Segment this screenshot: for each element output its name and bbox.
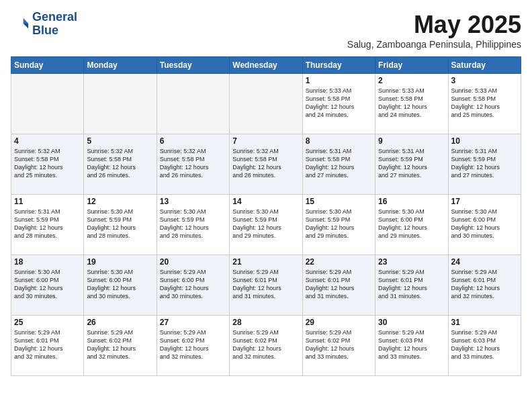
day-number: 31	[451, 318, 518, 327]
calendar-cell: 5Sunrise: 5:32 AM Sunset: 5:58 PM Daylig…	[84, 134, 157, 195]
day-detail: Sunrise: 5:30 AM Sunset: 6:00 PM Dayligh…	[451, 208, 518, 240]
calendar-cell: 29Sunrise: 5:29 AM Sunset: 6:02 PM Dayli…	[302, 316, 375, 376]
calendar-cell: 28Sunrise: 5:29 AM Sunset: 6:02 PM Dayli…	[230, 316, 302, 376]
day-number: 9	[378, 136, 445, 146]
day-detail: Sunrise: 5:29 AM Sunset: 6:01 PM Dayligh…	[451, 268, 518, 301]
week-row-4: 18Sunrise: 5:30 AM Sunset: 6:00 PM Dayli…	[11, 255, 521, 316]
day-number: 14	[232, 197, 299, 206]
day-header-tuesday: Tuesday	[157, 57, 229, 74]
day-number: 25	[14, 318, 81, 327]
day-detail: Sunrise: 5:29 AM Sunset: 6:00 PM Dayligh…	[160, 268, 226, 301]
calendar-cell: 17Sunrise: 5:30 AM Sunset: 6:00 PM Dayli…	[448, 195, 521, 255]
calendar-cell: 31Sunrise: 5:29 AM Sunset: 6:03 PM Dayli…	[448, 316, 521, 376]
week-row-3: 11Sunrise: 5:31 AM Sunset: 5:59 PM Dayli…	[11, 195, 521, 255]
calendar-subtitle: Salug, Zamboanga Peninsula, Philippines	[347, 39, 521, 50]
calendar-cell: 13Sunrise: 5:30 AM Sunset: 5:59 PM Dayli…	[157, 195, 229, 255]
calendar-cell: 27Sunrise: 5:29 AM Sunset: 6:02 PM Dayli…	[157, 316, 229, 376]
calendar-cell	[230, 74, 302, 134]
day-number: 19	[87, 257, 153, 267]
day-detail: Sunrise: 5:32 AM Sunset: 5:58 PM Dayligh…	[87, 147, 153, 180]
logo-text: General Blue	[32, 11, 77, 38]
calendar-cell: 21Sunrise: 5:29 AM Sunset: 6:01 PM Dayli…	[230, 255, 302, 316]
day-number: 7	[232, 136, 299, 146]
day-number: 27	[160, 318, 226, 327]
calendar-cell: 19Sunrise: 5:30 AM Sunset: 6:00 PM Dayli…	[84, 255, 157, 316]
calendar-cell: 12Sunrise: 5:30 AM Sunset: 5:59 PM Dayli…	[84, 195, 157, 255]
calendar-cell: 8Sunrise: 5:31 AM Sunset: 5:58 PM Daylig…	[302, 134, 375, 195]
day-detail: Sunrise: 5:33 AM Sunset: 5:58 PM Dayligh…	[451, 87, 518, 120]
day-number: 20	[160, 257, 226, 267]
calendar-cell: 11Sunrise: 5:31 AM Sunset: 5:59 PM Dayli…	[11, 195, 84, 255]
calendar-cell: 4Sunrise: 5:32 AM Sunset: 5:58 PM Daylig…	[11, 134, 84, 195]
day-number: 6	[160, 136, 226, 146]
day-number: 17	[451, 197, 518, 206]
week-row-5: 25Sunrise: 5:29 AM Sunset: 6:01 PM Dayli…	[11, 316, 521, 376]
calendar-cell: 22Sunrise: 5:29 AM Sunset: 6:01 PM Dayli…	[302, 255, 375, 316]
calendar-cell: 16Sunrise: 5:30 AM Sunset: 6:00 PM Dayli…	[375, 195, 448, 255]
day-detail: Sunrise: 5:30 AM Sunset: 5:59 PM Dayligh…	[160, 208, 226, 240]
day-number: 8	[306, 136, 372, 146]
day-detail: Sunrise: 5:29 AM Sunset: 6:02 PM Dayligh…	[160, 328, 226, 361]
day-number: 23	[378, 257, 445, 267]
day-detail: Sunrise: 5:29 AM Sunset: 6:01 PM Dayligh…	[14, 328, 81, 361]
day-number: 24	[451, 257, 518, 267]
calendar-cell: 7Sunrise: 5:32 AM Sunset: 5:58 PM Daylig…	[230, 134, 302, 195]
calendar-cell: 9Sunrise: 5:31 AM Sunset: 5:59 PM Daylig…	[375, 134, 448, 195]
calendar-cell: 30Sunrise: 5:29 AM Sunset: 6:03 PM Dayli…	[375, 316, 448, 376]
day-detail: Sunrise: 5:32 AM Sunset: 5:58 PM Dayligh…	[14, 147, 81, 180]
calendar-cell	[84, 74, 157, 134]
days-header-row: SundayMondayTuesdayWednesdayThursdayFrid…	[11, 57, 521, 74]
day-detail: Sunrise: 5:30 AM Sunset: 5:59 PM Dayligh…	[306, 208, 372, 240]
page-header: General Blue May 2025 Salug, Zamboanga P…	[11, 11, 521, 50]
day-detail: Sunrise: 5:31 AM Sunset: 5:59 PM Dayligh…	[14, 208, 81, 240]
calendar-cell: 6Sunrise: 5:32 AM Sunset: 5:58 PM Daylig…	[157, 134, 229, 195]
day-header-thursday: Thursday	[302, 57, 375, 74]
day-detail: Sunrise: 5:33 AM Sunset: 5:58 PM Dayligh…	[306, 87, 372, 120]
day-header-sunday: Sunday	[11, 57, 84, 74]
day-number: 30	[378, 318, 445, 327]
day-number: 26	[87, 318, 153, 327]
week-row-2: 4Sunrise: 5:32 AM Sunset: 5:58 PM Daylig…	[11, 134, 521, 195]
day-number: 13	[160, 197, 226, 206]
calendar-title: May 2025	[347, 11, 521, 39]
day-header-monday: Monday	[84, 57, 157, 74]
day-number: 11	[14, 197, 81, 206]
day-detail: Sunrise: 5:29 AM Sunset: 6:01 PM Dayligh…	[232, 268, 299, 301]
day-detail: Sunrise: 5:32 AM Sunset: 5:58 PM Dayligh…	[160, 147, 226, 180]
title-area: May 2025 Salug, Zamboanga Peninsula, Phi…	[347, 11, 521, 50]
day-detail: Sunrise: 5:29 AM Sunset: 6:02 PM Dayligh…	[232, 328, 299, 361]
day-detail: Sunrise: 5:33 AM Sunset: 5:58 PM Dayligh…	[378, 87, 445, 120]
day-header-saturday: Saturday	[448, 57, 521, 74]
calendar-cell: 25Sunrise: 5:29 AM Sunset: 6:01 PM Dayli…	[11, 316, 84, 376]
day-number: 21	[232, 257, 299, 267]
day-number: 15	[306, 197, 372, 206]
calendar-cell: 23Sunrise: 5:29 AM Sunset: 6:01 PM Dayli…	[375, 255, 448, 316]
day-number: 10	[451, 136, 518, 146]
day-detail: Sunrise: 5:30 AM Sunset: 6:00 PM Dayligh…	[378, 208, 445, 240]
calendar-cell: 1Sunrise: 5:33 AM Sunset: 5:58 PM Daylig…	[302, 74, 375, 134]
day-detail: Sunrise: 5:30 AM Sunset: 6:00 PM Dayligh…	[14, 268, 81, 301]
day-detail: Sunrise: 5:31 AM Sunset: 5:58 PM Dayligh…	[306, 147, 372, 180]
calendar-cell: 3Sunrise: 5:33 AM Sunset: 5:58 PM Daylig…	[448, 74, 521, 134]
day-number: 29	[306, 318, 372, 327]
calendar-cell: 18Sunrise: 5:30 AM Sunset: 6:00 PM Dayli…	[11, 255, 84, 316]
day-number: 3	[451, 76, 518, 85]
day-detail: Sunrise: 5:29 AM Sunset: 6:02 PM Dayligh…	[306, 328, 372, 361]
day-detail: Sunrise: 5:29 AM Sunset: 6:02 PM Dayligh…	[87, 328, 153, 361]
day-number: 1	[306, 76, 372, 85]
calendar-cell	[157, 74, 229, 134]
calendar-cell: 2Sunrise: 5:33 AM Sunset: 5:58 PM Daylig…	[375, 74, 448, 134]
calendar-table: SundayMondayTuesdayWednesdayThursdayFrid…	[11, 56, 521, 376]
calendar-cell: 24Sunrise: 5:29 AM Sunset: 6:01 PM Dayli…	[448, 255, 521, 316]
day-detail: Sunrise: 5:30 AM Sunset: 5:59 PM Dayligh…	[87, 208, 153, 240]
day-detail: Sunrise: 5:30 AM Sunset: 6:00 PM Dayligh…	[87, 268, 153, 301]
day-number: 12	[87, 197, 153, 206]
calendar-cell: 26Sunrise: 5:29 AM Sunset: 6:02 PM Dayli…	[84, 316, 157, 376]
day-detail: Sunrise: 5:29 AM Sunset: 6:01 PM Dayligh…	[378, 268, 445, 301]
day-number: 4	[14, 136, 81, 146]
day-number: 28	[232, 318, 299, 327]
day-detail: Sunrise: 5:29 AM Sunset: 6:03 PM Dayligh…	[378, 328, 445, 361]
day-detail: Sunrise: 5:29 AM Sunset: 6:03 PM Dayligh…	[451, 328, 518, 361]
calendar-cell	[11, 74, 84, 134]
logo-line1: General	[32, 11, 77, 24]
